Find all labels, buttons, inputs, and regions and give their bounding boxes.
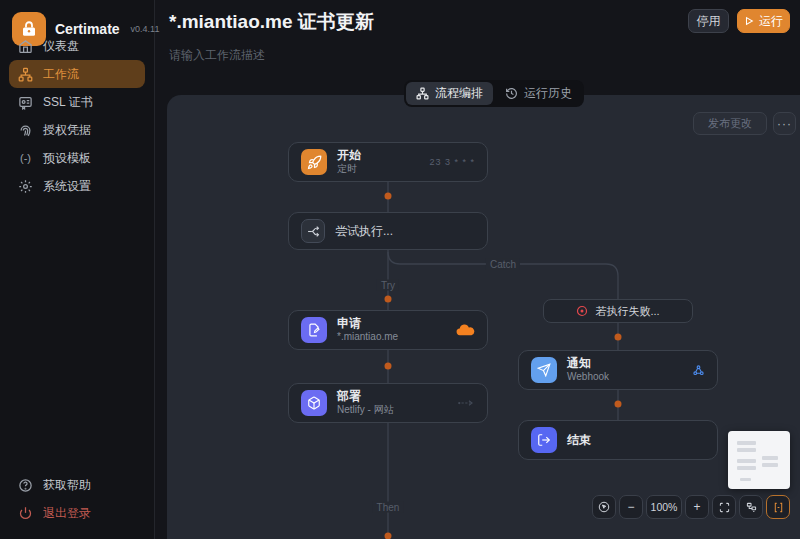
sidebar-item-credentials[interactable]: 授权凭据	[9, 116, 145, 144]
dashed-arrow-icon	[457, 399, 475, 407]
sidebar-item-workflows[interactable]: 工作流	[9, 60, 145, 88]
node-title: 若执行失败...	[595, 304, 659, 319]
edge-label-try: Try	[377, 280, 399, 291]
failure-record-icon	[576, 305, 588, 317]
minimap-node	[762, 456, 778, 460]
node-subtitle: 定时	[337, 164, 361, 175]
minimap-node	[737, 466, 756, 470]
add-node-dot[interactable]	[385, 193, 392, 200]
add-node-dot[interactable]	[615, 334, 622, 341]
certificate-icon	[18, 95, 33, 110]
add-node-dot[interactable]	[385, 296, 392, 303]
minimap-node	[737, 448, 756, 452]
node-title: 尝试执行...	[335, 225, 393, 238]
page-title: *.miantiao.me 证书更新	[169, 9, 374, 35]
maximize-icon	[719, 502, 730, 513]
template-icon: (-)	[18, 152, 33, 164]
minimap-node	[737, 441, 756, 445]
sidebar-item-dashboard[interactable]: 仪表盘	[9, 32, 145, 60]
edge-label-catch: Catch	[486, 259, 520, 270]
zoom-in-button[interactable]: +	[685, 495, 709, 519]
help-label: 获取帮助	[43, 477, 91, 494]
node-title: 部署	[337, 390, 394, 403]
run-button[interactable]: 运行	[737, 9, 790, 33]
node-title: 通知	[567, 357, 609, 370]
sidebar-item-label: 仪表盘	[43, 38, 79, 55]
play-icon	[744, 16, 754, 26]
minimap-node	[740, 478, 751, 481]
node-notify[interactable]: 通知 Webhook	[518, 350, 718, 390]
workflow-icon	[18, 67, 33, 82]
node-apply-certificate[interactable]: 申请 *.miantiao.me	[288, 310, 488, 350]
node-subtitle: Netlify - 网站	[337, 405, 394, 416]
sidebar-item-ssl-certificates[interactable]: SSL 证书	[9, 88, 145, 116]
sidebar-item-label: 预设模板	[43, 150, 91, 167]
tab-label: 流程编排	[435, 85, 483, 102]
sidebar-footer: 获取帮助 退出登录	[0, 471, 154, 527]
node-try-block[interactable]: 尝试执行...	[288, 212, 488, 250]
pointer-icon	[598, 501, 610, 513]
home-icon	[18, 39, 33, 54]
sidebar-item-settings[interactable]: 系统设置	[9, 172, 145, 200]
history-icon	[505, 87, 518, 100]
node-title: 结束	[567, 434, 591, 447]
header-actions: 停用 运行	[688, 9, 790, 33]
sidebar: Certimate v0.4.11 仪表盘 工作流 SSL 证书 授权凭据 (-…	[0, 0, 155, 539]
layout-flow-icon	[746, 502, 757, 513]
canvas-tabs: 流程编排 运行历史	[404, 80, 584, 107]
logout-button[interactable]: 退出登录	[9, 499, 145, 527]
node-deploy[interactable]: 部署 Netlify - 网站	[288, 383, 488, 423]
send-icon	[531, 357, 557, 383]
power-icon	[18, 506, 33, 521]
add-node-dot[interactable]	[385, 533, 392, 539]
zoom-out-button[interactable]: −	[619, 495, 643, 519]
auto-layout-button[interactable]	[739, 495, 763, 519]
node-on-failure[interactable]: 若执行失败...	[543, 299, 693, 323]
sidebar-item-templates[interactable]: (-) 预设模板	[9, 144, 145, 172]
minimap-toggle-button[interactable]	[766, 495, 790, 519]
flow-editor-icon	[416, 87, 429, 100]
pan-tool-button[interactable]	[592, 495, 616, 519]
run-label: 运行	[759, 13, 783, 30]
add-node-dot[interactable]	[385, 363, 392, 370]
sidebar-item-label: 工作流	[43, 66, 79, 83]
edge-label-then: Then	[373, 502, 404, 513]
webhook-icon	[692, 364, 705, 377]
add-node-dot[interactable]	[615, 401, 622, 408]
rocket-icon	[301, 149, 327, 175]
certificate-request-icon	[301, 317, 327, 343]
sidebar-menu: 仪表盘 工作流 SSL 证书 授权凭据 (-) 预设模板 系统设置	[0, 32, 154, 200]
cloudflare-icon	[456, 324, 475, 337]
minimap-node	[737, 459, 756, 463]
node-subtitle: Webhook	[567, 372, 609, 383]
disable-button[interactable]: 停用	[688, 9, 729, 33]
sidebar-item-label: 授权凭据	[43, 122, 91, 139]
branch-icon	[301, 219, 325, 243]
minimap-node	[762, 463, 778, 467]
tab-run-history[interactable]: 运行历史	[495, 82, 582, 105]
credentials-icon	[18, 123, 33, 138]
node-title: 申请	[337, 317, 398, 330]
tab-label: 运行历史	[524, 85, 572, 102]
workflow-canvas[interactable]: 发布更改 ··· Try Catch Then 开始 定时 23 3 * * *…	[167, 95, 800, 539]
package-icon	[301, 390, 327, 416]
node-start[interactable]: 开始 定时 23 3 * * *	[288, 142, 488, 182]
minimap[interactable]	[728, 431, 790, 489]
canvas-toolbar: − 100% +	[592, 495, 790, 519]
cron-expression: 23 3 * * *	[429, 157, 475, 167]
node-end[interactable]: 结束	[518, 420, 718, 460]
minimap-icon	[773, 502, 784, 513]
gear-icon	[18, 179, 33, 194]
help-icon	[18, 478, 33, 493]
fit-view-button[interactable]	[712, 495, 736, 519]
help-button[interactable]: 获取帮助	[9, 471, 145, 499]
logout-label: 退出登录	[43, 505, 91, 522]
node-subtitle: *.miantiao.me	[337, 332, 398, 343]
exit-icon	[531, 427, 557, 453]
tab-flow-editor[interactable]: 流程编排	[406, 82, 493, 105]
sidebar-item-label: SSL 证书	[43, 94, 93, 111]
node-title: 开始	[337, 149, 361, 162]
workflow-description-placeholder[interactable]: 请输入工作流描述	[169, 47, 265, 64]
zoom-level-button[interactable]: 100%	[646, 495, 682, 519]
sidebar-item-label: 系统设置	[43, 178, 91, 195]
